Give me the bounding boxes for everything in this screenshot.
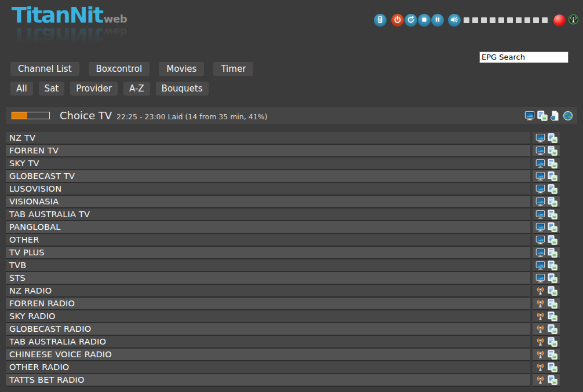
radio-antenna-icon[interactable] <box>535 312 545 321</box>
channel-name-cell[interactable]: TAB AUSTRALIA RADIO <box>6 336 530 349</box>
power-button[interactable] <box>391 14 404 27</box>
radio-antenna-icon[interactable] <box>535 337 545 347</box>
epg-list-icon[interactable] <box>548 171 558 181</box>
volume-step[interactable] <box>481 17 487 23</box>
stop-button[interactable] <box>418 14 431 27</box>
volume-step[interactable] <box>533 17 539 23</box>
volume-step[interactable] <box>498 17 504 23</box>
filter-all-button[interactable]: All <box>10 82 33 96</box>
tv-screen-icon[interactable] <box>535 146 545 156</box>
epg-list-icon[interactable] <box>548 362 558 372</box>
epg-list-icon[interactable] <box>548 261 558 270</box>
epg-list-icon[interactable] <box>548 133 558 143</box>
tv-screen-icon[interactable] <box>535 197 545 207</box>
filter-sat-button[interactable]: Sat <box>39 82 65 96</box>
channel-name-cell[interactable]: SKY RADIO <box>6 310 530 323</box>
tv-screen-icon[interactable] <box>535 133 545 143</box>
epg-list-icon[interactable] <box>548 222 558 232</box>
channel-name-cell[interactable]: GLOBECAST TV <box>6 170 530 183</box>
channel-name-cell[interactable]: TVB <box>6 259 530 272</box>
channel-name-cell[interactable]: NZ TV <box>6 132 530 145</box>
epg-document-icon[interactable] <box>550 111 560 121</box>
channel-name: SKY RADIO <box>9 312 56 321</box>
epg-list-icon[interactable] <box>548 324 558 334</box>
radio-antenna-icon[interactable] <box>535 375 545 385</box>
channel-name-cell[interactable]: SKY TV <box>6 157 530 170</box>
filter-provider-button[interactable]: Provider <box>70 82 118 96</box>
channel-name-cell[interactable]: VISIONASIA <box>6 196 530 208</box>
epg-list-icon[interactable] <box>548 299 558 309</box>
nav-boxcontrol-button[interactable]: Boxcontrol <box>89 62 150 76</box>
volume-step[interactable] <box>507 17 513 23</box>
channel-name-cell[interactable]: FORREN RADIO <box>6 298 530 310</box>
filter-bouquets-button[interactable]: Bouquets <box>156 82 209 96</box>
channel-name-cell[interactable]: LUSOVISION <box>6 183 530 196</box>
channel-name-cell[interactable]: GLOBECAST RADIO <box>6 323 530 336</box>
channel-name-cell[interactable]: OTHER RADIO <box>6 361 530 374</box>
restart-button[interactable] <box>405 14 417 27</box>
epg-list-icon[interactable] <box>548 350 558 360</box>
filter-az-button[interactable]: A-Z <box>123 82 150 96</box>
volume-step[interactable] <box>464 17 469 23</box>
channel-name-cell[interactable]: TAB AUSTRALIA TV <box>6 208 530 221</box>
current-epg-info: 22:25 - 23:00 Laid (14 from 35 min, 41%) <box>116 112 267 121</box>
channel-name-cell[interactable]: STS <box>6 272 530 285</box>
epg-panels-icon[interactable] <box>537 111 548 121</box>
web-globe-icon[interactable] <box>563 111 573 121</box>
epg-list-icon[interactable] <box>548 197 558 207</box>
epg-list-icon[interactable] <box>548 273 558 283</box>
channel-row-actions <box>533 374 560 387</box>
signal-antenna-button[interactable] <box>568 14 579 27</box>
epg-list-icon[interactable] <box>548 210 558 219</box>
channel-name: SKY TV <box>9 159 39 168</box>
nav-channel-list-button[interactable]: Channel List <box>10 62 79 76</box>
channel-name-cell[interactable]: TATTS BET RADIO <box>6 374 530 387</box>
tv-screen-icon[interactable] <box>535 261 545 270</box>
epg-list-icon[interactable] <box>548 159 558 168</box>
epg-list-icon[interactable] <box>548 312 558 321</box>
channel-name-cell[interactable]: TV PLUS <box>6 247 530 259</box>
volume-step[interactable] <box>516 17 522 23</box>
radio-antenna-icon[interactable] <box>535 299 545 309</box>
tv-screen-icon[interactable] <box>535 159 545 168</box>
epg-list-icon[interactable] <box>548 248 558 258</box>
remote-keypad-button[interactable] <box>374 14 387 27</box>
tv-screen-icon[interactable] <box>535 248 545 258</box>
screen-icon[interactable] <box>524 111 535 121</box>
epg-list-icon[interactable] <box>548 286 558 296</box>
tv-screen-icon[interactable] <box>535 210 545 219</box>
radio-antenna-icon[interactable] <box>535 362 545 372</box>
radio-antenna-icon[interactable] <box>535 350 545 360</box>
channel-name-cell[interactable]: CHINEESE VOICE RADIO <box>6 349 530 361</box>
volume-step[interactable] <box>490 17 495 23</box>
pause-button[interactable] <box>431 14 444 27</box>
tv-screen-icon[interactable] <box>535 222 545 232</box>
tv-screen-icon[interactable] <box>535 235 545 245</box>
volume-step[interactable] <box>542 17 548 23</box>
now-playing-bar: Choice TV 22:25 - 23:00 Laid (14 from 35… <box>6 107 577 124</box>
main-nav: Channel List Boxcontrol Movies Timer <box>10 62 253 76</box>
tv-screen-icon[interactable] <box>535 273 545 283</box>
channel-name-cell[interactable]: FORREN TV <box>6 145 530 157</box>
epg-list-icon[interactable] <box>548 235 558 245</box>
channel-row-actions <box>533 145 560 157</box>
radio-antenna-icon[interactable] <box>535 324 545 334</box>
epg-list-icon[interactable] <box>548 375 558 385</box>
epg-list-icon[interactable] <box>548 146 558 156</box>
radio-antenna-icon[interactable] <box>535 286 545 296</box>
volume-step[interactable] <box>524 17 530 23</box>
nav-movies-button[interactable]: Movies <box>159 62 204 76</box>
volume-step[interactable] <box>472 17 478 23</box>
channel-name: GLOBECAST TV <box>9 171 75 181</box>
epg-search-input[interactable] <box>479 52 569 63</box>
tv-screen-icon[interactable] <box>535 184 545 194</box>
nav-timer-button[interactable]: Timer <box>213 62 253 76</box>
channel-name-cell[interactable]: NZ RADIO <box>6 285 530 298</box>
epg-list-icon[interactable] <box>548 184 558 194</box>
volume-mute-button[interactable] <box>448 14 461 27</box>
channel-name-cell[interactable]: OTHER <box>6 234 530 247</box>
channel-name-cell[interactable]: PANGLOBAL <box>6 221 530 234</box>
tv-screen-icon[interactable] <box>535 171 545 181</box>
volume-level <box>464 17 548 23</box>
epg-list-icon[interactable] <box>548 337 558 347</box>
